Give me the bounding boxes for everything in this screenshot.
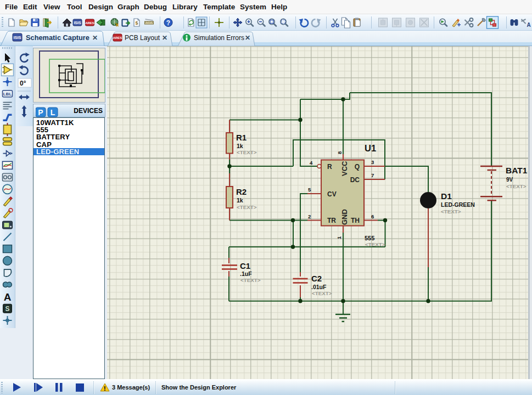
- svg-text:✕: ✕: [162, 34, 167, 42]
- svg-text:VCC: VCC: [340, 161, 349, 176]
- svg-text:.01uF: .01uF: [311, 284, 327, 290]
- svg-text:CV: CV: [327, 190, 337, 198]
- svg-text:D1: D1: [441, 191, 452, 201]
- svg-text:2: 2: [308, 213, 311, 219]
- svg-text:BAT1: BAT1: [506, 166, 528, 175]
- svg-text:S: S: [5, 305, 9, 313]
- svg-text:<TEXT>: <TEXT>: [506, 183, 527, 189]
- svg-text:A: A: [527, 22, 531, 28]
- svg-text:Q: Q: [355, 163, 360, 171]
- svg-text:1k: 1k: [237, 197, 243, 204]
- svg-text:$: $: [135, 20, 138, 26]
- svg-text:R2: R2: [236, 187, 247, 196]
- svg-text:7: 7: [371, 172, 374, 178]
- svg-text:1: 1: [336, 236, 342, 239]
- svg-text:Simulation Errors: Simulation Errors: [194, 34, 244, 42]
- svg-text:GND: GND: [340, 209, 349, 225]
- svg-text:DC: DC: [350, 176, 360, 184]
- svg-text:0°: 0°: [20, 80, 26, 87]
- svg-text:<TEXT>: <TEXT>: [312, 290, 332, 296]
- svg-text:C2: C2: [311, 274, 322, 283]
- svg-text:6: 6: [371, 213, 374, 219]
- svg-text:TR: TR: [327, 217, 336, 224]
- svg-text:<TEXT>: <TEXT>: [441, 208, 461, 215]
- svg-text:LED-GREEN: LED-GREEN: [441, 201, 475, 208]
- svg-text:ARES: ARES: [113, 36, 122, 40]
- svg-text:555: 555: [365, 235, 374, 241]
- svg-text:✕: ✕: [92, 34, 98, 42]
- svg-text:Schematic Capture: Schematic Capture: [26, 33, 89, 42]
- svg-text:LBL: LBL: [3, 92, 12, 97]
- svg-text:<TEXT>: <TEXT>: [365, 241, 385, 247]
- svg-text:1k: 1k: [237, 143, 243, 149]
- svg-text:9V: 9V: [506, 177, 513, 183]
- svg-text:PCB Layout: PCB Layout: [125, 34, 160, 42]
- svg-text:?: ?: [166, 19, 170, 27]
- svg-text:<TEXT>: <TEXT>: [237, 204, 257, 210]
- svg-text:<TEXT>: <TEXT>: [240, 277, 261, 283]
- svg-text:A: A: [4, 291, 12, 303]
- svg-text:8: 8: [337, 151, 343, 154]
- svg-text:5: 5: [308, 187, 311, 193]
- svg-text:✕: ✕: [245, 34, 250, 42]
- svg-text:C1: C1: [240, 261, 250, 270]
- svg-text:ISIS: ISIS: [13, 35, 21, 40]
- svg-text:.1uF: .1uF: [240, 270, 252, 277]
- svg-text:ISIS: ISIS: [74, 21, 81, 25]
- svg-text:R: R: [327, 163, 332, 171]
- svg-text:U1: U1: [365, 143, 376, 153]
- svg-text:4: 4: [310, 160, 313, 166]
- svg-text:3: 3: [371, 159, 374, 165]
- svg-text:R1: R1: [236, 133, 247, 142]
- svg-text:<TEXT>: <TEXT>: [237, 149, 257, 155]
- svg-text:TH: TH: [351, 217, 360, 224]
- svg-text:ARES: ARES: [85, 21, 94, 25]
